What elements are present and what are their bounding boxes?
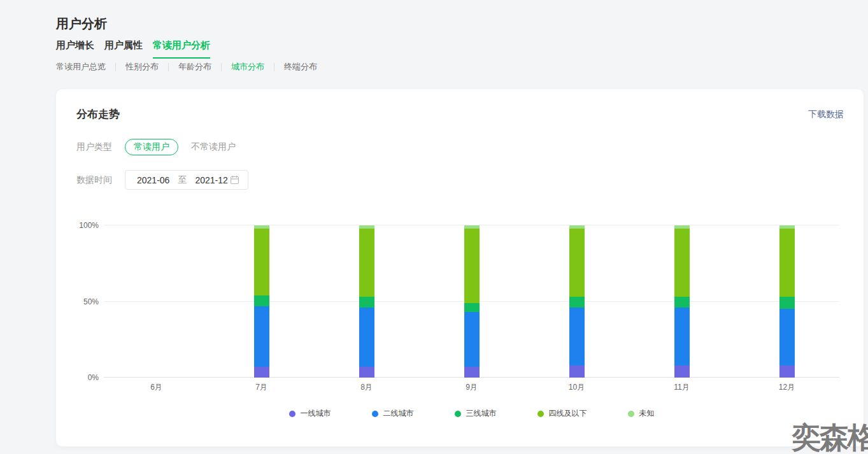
legend-label: 四线及以下 (549, 408, 587, 419)
legend-label: 三线城市 (466, 408, 497, 419)
legend-item[interactable]: 二线城市 (372, 408, 414, 419)
legend-item[interactable]: 未知 (628, 408, 655, 419)
stacked-bar-chart: 0%50%100%6月7月8月9月10月11月12月 (104, 225, 839, 378)
bar-segment (359, 367, 374, 378)
stacked-bar (464, 225, 480, 378)
stacked-bar (359, 225, 374, 378)
bar-segment (779, 297, 795, 309)
legend-item[interactable]: 一线城市 (289, 408, 331, 419)
user-type-options: 常读用户不常读用户 (125, 139, 248, 155)
legend-dot (537, 411, 544, 417)
bar-segment (779, 309, 795, 365)
bar-segment (674, 308, 690, 365)
subnav-divider (274, 63, 274, 71)
x-tick-label: 6月 (150, 382, 162, 393)
bar-segment (569, 308, 585, 365)
download-data-link[interactable]: 下载数据 (808, 109, 844, 120)
x-tick-label: 9月 (466, 382, 478, 393)
subnav-divider (168, 63, 169, 71)
x-tick-label: 8月 (360, 382, 373, 393)
main-tabs: 用户增长用户属性常读用户分析 (56, 39, 210, 59)
x-tick-label: 7月 (255, 382, 267, 393)
date-range-picker[interactable]: 2021-06 至 2021-12 (125, 170, 248, 190)
calendar-icon[interactable] (230, 175, 239, 185)
legend-dot (372, 411, 378, 417)
stacked-bar (569, 225, 585, 378)
legend-label: 二线城市 (383, 408, 414, 419)
bar-segment (464, 303, 480, 312)
subnav-item[interactable]: 常读用户总览 (56, 61, 106, 73)
user-type-label: 用户类型 (76, 141, 125, 153)
bar-segment (569, 365, 585, 378)
bar-segment (464, 229, 480, 303)
subnav-item[interactable]: 性别分布 (125, 61, 159, 73)
user-type-option[interactable]: 常读用户 (125, 139, 178, 155)
chart-legend: 一线城市二线城市三线城市四线及以下未知 (104, 408, 839, 419)
date-start-value[interactable]: 2021-06 (137, 175, 169, 185)
subnav-divider (221, 63, 222, 71)
watermark: 奕森格 (792, 418, 868, 454)
page: 用户分析 用户增长用户属性常读用户分析 常读用户总览性别分布年龄分布城市分布终端… (0, 0, 868, 454)
bar-segment (359, 308, 374, 367)
bar-segment (674, 365, 690, 378)
date-filter-row: 数据时间 2021-06 至 2021-12 (76, 170, 248, 190)
subnav-item[interactable]: 城市分布 (231, 61, 264, 73)
bar-segment (674, 229, 690, 297)
bar-segment (779, 365, 795, 378)
bar-segment (254, 367, 269, 378)
subnav-item[interactable]: 终端分布 (284, 61, 317, 73)
distribution-trend-card: 分布走势 下载数据 用户类型 常读用户不常读用户 数据时间 2021-06 至 … (56, 89, 864, 446)
sub-tabs: 常读用户总览性别分布年龄分布城市分布终端分布 (56, 61, 317, 73)
subnav-divider (115, 63, 116, 71)
y-tick-label: 50% (83, 297, 99, 306)
bar-segment (464, 367, 480, 378)
bar-segment (254, 229, 269, 295)
user-type-filter-row: 用户类型 常读用户不常读用户 (76, 138, 248, 155)
x-tick-label: 11月 (674, 382, 689, 393)
stacked-bar (674, 225, 690, 378)
legend-label: 一线城市 (301, 408, 331, 419)
legend-label: 未知 (639, 408, 655, 419)
legend-dot (628, 411, 634, 417)
bar-segment (674, 297, 690, 308)
y-tick-label: 0% (88, 373, 99, 382)
legend-dot (289, 411, 295, 417)
bar-segment (254, 306, 269, 367)
main-tab[interactable]: 用户增长 (56, 39, 94, 59)
bar-segment (464, 312, 480, 367)
date-separator: 至 (178, 174, 187, 186)
y-tick-label: 100% (79, 221, 99, 230)
legend-item[interactable]: 三线城市 (455, 408, 497, 419)
bar-segment (569, 297, 585, 308)
bar-segment (779, 229, 795, 297)
bar-segment (359, 229, 374, 297)
main-tab[interactable]: 用户属性 (104, 39, 143, 59)
card-title: 分布走势 (76, 107, 120, 122)
bar-segment (254, 295, 269, 306)
main-tab[interactable]: 常读用户分析 (153, 39, 210, 59)
date-end-value[interactable]: 2021-12 (195, 175, 227, 185)
stacked-bar (254, 225, 269, 378)
legend-dot (455, 411, 461, 417)
subnav-item[interactable]: 年龄分布 (178, 61, 211, 73)
bar-segment (569, 229, 585, 297)
stacked-bar (779, 225, 795, 378)
bar-segment (359, 297, 374, 308)
page-title: 用户分析 (56, 15, 107, 32)
legend-item[interactable]: 四线及以下 (537, 408, 587, 419)
user-type-option[interactable]: 不常读用户 (182, 139, 245, 155)
date-label: 数据时间 (76, 174, 125, 186)
x-tick-label: 10月 (569, 382, 585, 393)
x-tick-label: 12月 (779, 382, 795, 393)
